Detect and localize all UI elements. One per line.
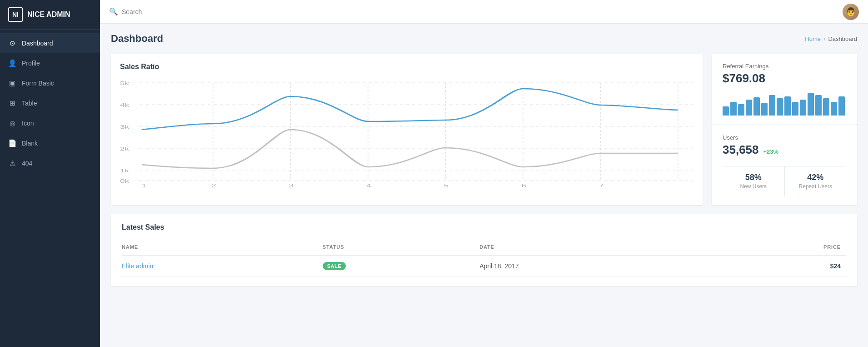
mini-bar [723,106,729,116]
svg-text:5: 5 [444,183,449,187]
sidebar: NI NICE ADMIN ⊙ Dashboard 👤 Profile ▣ Fo… [0,0,100,347]
svg-text:4: 4 [366,183,371,187]
search-icon: 🔍 [109,7,118,16]
repeat-users-label: Repeat Users [785,183,847,190]
sidebar-item-profile[interactable]: 👤 Profile [0,53,100,73]
mini-bar [800,100,806,116]
users-label: Users [723,134,846,141]
page-title: Dashboard [111,33,163,45]
mini-bar [777,98,783,116]
svg-text:2k: 2k [120,146,129,151]
repeat-users-stat: 42% Repeat Users [785,166,847,196]
svg-text:2: 2 [211,183,216,187]
dashboard-icon: ⊙ [8,39,16,47]
app-name: NICE ADMIN [27,10,70,19]
sidebar-logo: NI NICE ADMIN [0,0,100,30]
svg-text:6: 6 [521,183,526,187]
users-stats: 58% New Users 42% Repeat Users [723,166,846,196]
mini-bar [761,103,768,116]
sidebar-item-form-basic[interactable]: ▣ Form Basic [0,73,100,93]
svg-text:0k: 0k [120,178,129,184]
mini-bar [730,102,737,116]
col-status: STATUS [323,241,479,256]
avatar-image: 👨 [843,4,859,20]
mini-bar [815,95,822,116]
sale-price: $24 [723,256,846,277]
profile-icon: 👤 [8,59,16,67]
referral-amount: $769.08 [723,71,846,85]
mini-bar [808,93,814,116]
sales-chart-svg: .grid-line { stroke: #e0e0e0; stroke-wid… [120,78,693,187]
sidebar-item-icon[interactable]: ◎ Icon [0,113,100,133]
sidebar-item-404[interactable]: ⚠ 404 [0,153,100,173]
users-row: 35,658 +23% [723,143,846,157]
users-change: +23% [763,148,779,155]
latest-sales-title: Latest Sales [122,223,846,231]
svg-text:7: 7 [599,183,604,187]
new-users-pct: 58% [723,173,784,182]
mini-bar-chart [723,93,846,116]
col-date: DATE [479,241,723,256]
sidebar-label-icon: Icon [22,120,34,127]
new-users-stat: 58% New Users [723,166,785,196]
topbar: 🔍 👨 [100,0,868,24]
col-price: PRICE [723,241,846,256]
search-input[interactable] [122,8,222,15]
chart-container: .grid-line { stroke: #e0e0e0; stroke-wid… [120,78,693,187]
mini-bar [746,100,752,116]
sidebar-nav: ⊙ Dashboard 👤 Profile ▣ Form Basic ⊞ Tab… [0,30,100,173]
mini-bar [831,102,837,116]
mini-bar [738,104,744,116]
svg-text:3: 3 [289,183,294,187]
sidebar-label-blank: Blank [22,140,38,147]
mini-bar [784,96,791,116]
users-card: Users 35,658 +23% 58% New Users 42% Repe… [712,125,857,205]
mini-bar [792,102,798,116]
breadcrumb-home[interactable]: Home [805,35,821,42]
mini-bar [753,97,760,116]
latest-sales-card: Latest Sales NAME STATUS DATE PRICE Elit… [111,214,857,286]
logo-box: NI [8,7,23,22]
sidebar-label-form-basic: Form Basic [22,80,54,87]
right-panel: Referral Earnings $769.08 Users 35,658 +… [712,54,857,205]
sales-ratio-card: Sales Ratio .grid-line { stroke: #e0e0e0… [111,54,703,205]
table-row: Elite admin SALE April 18, 2017 $24 [122,256,846,277]
dashboard-grid: Sales Ratio .grid-line { stroke: #e0e0e0… [111,54,857,205]
main-area: 🔍 👨 Dashboard Home › Dashboard Sales Rat… [100,0,868,347]
sidebar-label-dashboard: Dashboard [22,40,53,47]
repeat-users-pct: 42% [785,173,847,182]
sidebar-item-table[interactable]: ⊞ Table [0,93,100,113]
svg-text:1: 1 [142,183,146,187]
status-badge: SALE [323,262,346,270]
avatar[interactable]: 👨 [843,4,859,20]
sale-name[interactable]: Elite admin [122,256,323,277]
new-users-label: New Users [723,183,784,190]
svg-text:4k: 4k [120,102,129,108]
svg-text:3k: 3k [120,124,129,130]
page-header: Dashboard Home › Dashboard [111,33,857,45]
sale-status: SALE [323,256,479,277]
search-wrap: 🔍 [109,7,843,16]
sidebar-item-blank[interactable]: 📄 Blank [0,133,100,153]
logo-letters: NI [12,11,19,18]
blank-icon: 📄 [8,139,16,147]
svg-text:1k: 1k [120,168,129,173]
sales-ratio-title: Sales Ratio [120,63,693,71]
col-name: NAME [122,241,323,256]
sales-table-body: Elite admin SALE April 18, 2017 $24 [122,256,846,277]
referral-card: Referral Earnings $769.08 [712,54,857,125]
mini-bar [769,95,775,116]
sidebar-label-table: Table [22,100,37,107]
sidebar-item-dashboard[interactable]: ⊙ Dashboard [0,33,100,53]
referral-label: Referral Earnings [723,63,846,70]
breadcrumb-current: Dashboard [828,35,857,42]
mini-bar [838,96,845,116]
svg-text:5k: 5k [120,80,129,86]
sidebar-label-profile: Profile [22,60,40,67]
icon-icon: ◎ [8,119,16,127]
breadcrumb-separator: › [823,35,825,42]
breadcrumb: Home › Dashboard [805,35,857,42]
page-content: Dashboard Home › Dashboard Sales Ratio .… [100,24,868,347]
sidebar-label-404: 404 [22,160,32,167]
sales-table: NAME STATUS DATE PRICE Elite admin SALE … [122,241,846,277]
